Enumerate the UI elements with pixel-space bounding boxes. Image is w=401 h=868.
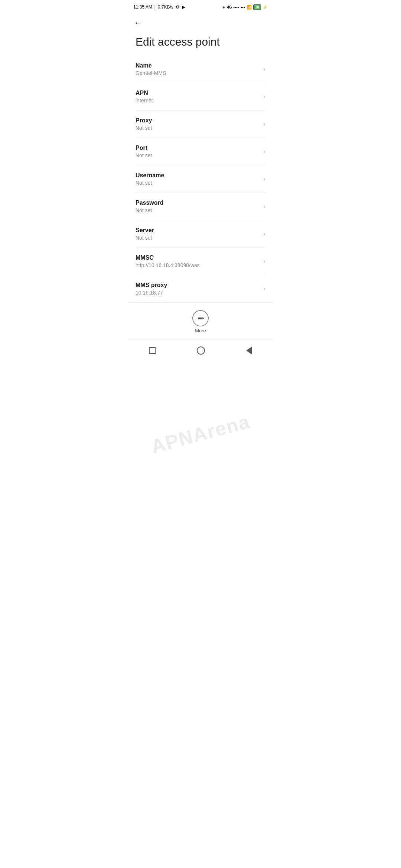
field-value: Gemtel-MMS (136, 70, 260, 76)
toolbar: ← (128, 13, 273, 33)
back-nav-button[interactable] (243, 343, 255, 358)
field-label: APN (136, 90, 260, 96)
list-item-content: Port Not set (136, 145, 260, 158)
speed: 0.7KB/s (158, 4, 173, 10)
field-label: Username (136, 172, 260, 179)
back-nav-icon (246, 346, 252, 355)
chevron-right-icon: › (263, 65, 265, 73)
home-icon (197, 346, 205, 355)
list-item-content: APN internet (136, 90, 260, 103)
list-item[interactable]: MMS proxy 10.16.18.77 › (128, 275, 273, 302)
signal-bars-icon: ▪▪▪▪ (234, 5, 239, 9)
more-label: More (195, 328, 206, 333)
field-value: Not set (136, 207, 260, 213)
fields-list: Name Gemtel-MMS › APN internet › Proxy N… (128, 56, 273, 302)
field-value: Not set (136, 180, 260, 186)
chevron-right-icon: › (263, 285, 265, 293)
chevron-right-icon: › (263, 175, 265, 183)
field-label: Password (136, 200, 260, 206)
more-section: ••• More (128, 302, 273, 339)
list-item[interactable]: Port Not set › (128, 138, 273, 165)
chevron-right-icon: › (263, 203, 265, 210)
chevron-right-icon: › (263, 257, 265, 265)
list-item[interactable]: MMSC http://10.16.18.4:38090/was › (128, 248, 273, 275)
field-label: MMSC (136, 254, 260, 261)
chevron-right-icon: › (263, 120, 265, 128)
nav-bar (128, 339, 273, 365)
field-label: Name (136, 62, 260, 69)
list-item-content: Server Not set (136, 227, 260, 241)
page-title: Edit access point (128, 33, 273, 56)
time: 11:35 AM (133, 4, 152, 10)
list-item-content: Name Gemtel-MMS (136, 62, 260, 76)
field-label: Server (136, 227, 260, 234)
chevron-right-icon: › (263, 230, 265, 238)
chevron-right-icon: › (263, 93, 265, 101)
status-bar: 11:35 AM | 0.7KB/s ⚙ ▶ ∗ 4G ▪▪▪▪ ▪▪▪ 📶 3… (128, 0, 273, 13)
field-label: Proxy (136, 117, 260, 124)
signal-bars2-icon: ▪▪▪ (241, 5, 245, 9)
list-item[interactable]: Name Gemtel-MMS › (128, 56, 273, 83)
charging-icon: ⚡ (263, 5, 268, 10)
list-item[interactable]: Username Not set › (128, 165, 273, 193)
battery-indicator: 38 (253, 4, 261, 10)
settings-icon: ⚙ (176, 4, 180, 10)
list-item[interactable]: Proxy Not set › (128, 111, 273, 138)
separator: | (154, 4, 156, 10)
field-value: Not set (136, 152, 260, 158)
field-value: Not set (136, 125, 260, 131)
home-button[interactable] (194, 343, 208, 358)
back-button[interactable]: ← (134, 17, 145, 29)
field-value: 10.16.18.77 (136, 290, 260, 296)
list-item-content: MMS proxy 10.16.18.77 (136, 282, 260, 296)
list-item-content: Username Not set (136, 172, 260, 186)
list-item-content: Proxy Not set (136, 117, 260, 131)
status-left: 11:35 AM | 0.7KB/s ⚙ ▶ (133, 4, 185, 10)
bluetooth-icon: ∗ (222, 5, 225, 10)
status-right: ∗ 4G ▪▪▪▪ ▪▪▪ 📶 38 ⚡ (222, 4, 268, 10)
list-item-content: Password Not set (136, 200, 260, 213)
signal-4g-icon: 4G (227, 5, 232, 9)
list-item[interactable]: APN internet › (128, 83, 273, 110)
more-button[interactable]: ••• (192, 310, 209, 326)
chevron-right-icon: › (263, 148, 265, 155)
list-item[interactable]: Server Not set › (128, 220, 273, 247)
list-item-content: MMSC http://10.16.18.4:38090/was (136, 254, 260, 268)
field-value: http://10.16.18.4:38090/was (136, 262, 260, 268)
more-dots-icon: ••• (198, 315, 203, 322)
back-arrow-icon: ← (134, 18, 142, 27)
field-value: internet (136, 98, 260, 103)
field-label: MMS proxy (136, 282, 260, 289)
recents-icon (149, 347, 156, 354)
recents-button[interactable] (146, 344, 159, 357)
list-item[interactable]: Password Not set › (128, 193, 273, 220)
field-value: Not set (136, 235, 260, 241)
wifi-icon: 📶 (247, 5, 252, 10)
field-label: Port (136, 145, 260, 151)
video-icon: ▶ (182, 4, 185, 10)
